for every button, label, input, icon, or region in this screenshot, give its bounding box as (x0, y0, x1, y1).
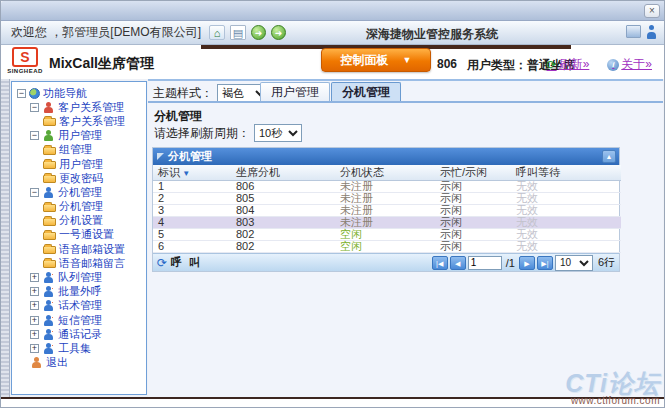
tree-item[interactable]: 更改密码 (12, 171, 146, 185)
extension-panel: 分机管理 ▲ 标识 ▼坐席分机分机状态示忙/示闲呼叫等待 1 806 未注册 示… (152, 147, 620, 272)
cell-busy-state: 示闲 (435, 241, 511, 253)
about-link[interactable]: i 关于» (607, 56, 652, 73)
control-panel-button[interactable]: 控制面板 ▼ (321, 48, 431, 72)
tree-expand-icon[interactable]: + (30, 344, 39, 353)
person-desk-icon (30, 357, 43, 368)
cell-call-wait: 无效 (511, 229, 621, 241)
prev-page-button[interactable]: ◀ (450, 256, 466, 270)
chevron-down-icon: ▼ (403, 55, 412, 65)
person-plus-icon (42, 272, 55, 283)
first-page-button[interactable]: |◀ (432, 256, 448, 270)
tree-item[interactable]: 一号通设置 (12, 228, 146, 242)
close-icon[interactable]: × (644, 4, 660, 18)
tree-item[interactable]: + 话术管理 (12, 299, 146, 313)
agent-id: 806 (437, 57, 457, 74)
document-icon[interactable]: ▤ (230, 25, 246, 40)
tree-item[interactable]: + 批量外呼 (12, 285, 146, 299)
system-title: 深海捷物业管控服务系统 (366, 26, 498, 43)
tree-expand-icon[interactable]: + (30, 287, 39, 296)
refresh-link[interactable]: ⟳ 刷新» (547, 56, 590, 73)
tree-item[interactable]: 分机管理 (12, 200, 146, 214)
cell-status: 空闲 (335, 241, 435, 253)
column-header[interactable]: 示忙/示闲 (435, 165, 511, 181)
refresh-period-row: 请选择刷新周期： 10秒 (154, 124, 302, 142)
tree-item-label: 一号通设置 (59, 227, 114, 242)
tree-item[interactable]: − 用户管理 (12, 129, 146, 143)
cell-extension: 805 (231, 193, 335, 205)
user-icon[interactable] (645, 25, 658, 39)
tree-expand-icon[interactable]: − (17, 89, 26, 98)
page-size-select[interactable]: 10 (555, 255, 593, 271)
refresh-call-icon[interactable]: ⟳ (157, 256, 167, 270)
tree-expand-icon[interactable]: − (30, 188, 39, 197)
control-panel-label: 控制面板 (341, 52, 389, 69)
refresh-period-select[interactable]: 10秒 (254, 124, 302, 142)
column-header[interactable]: 坐席分机 (231, 165, 335, 181)
table-row[interactable]: 3 804 未注册 示闲 无效 (153, 205, 621, 217)
table-row[interactable]: 1 806 未注册 示闲 无效 (153, 181, 621, 193)
tree-item-label: 通话记录 (58, 327, 102, 342)
go-forward-icon-2[interactable]: ➜ (271, 25, 286, 40)
left-scroll-strip[interactable] (1, 79, 10, 397)
cell-call-wait: 无效 (511, 205, 621, 217)
tree-item-label: 分机设置 (59, 213, 103, 228)
sort-desc-icon[interactable]: ▼ (180, 169, 190, 178)
tree-item[interactable]: − 功能导航 (12, 86, 146, 100)
folder-icon (43, 118, 56, 126)
last-page-button[interactable]: ▶| (537, 256, 553, 270)
table-row[interactable]: 5 802 空闲 示闲 无效 (153, 229, 621, 241)
logo-mark: S (12, 47, 38, 67)
singhead-logo[interactable]: S SINGHEAD (7, 47, 43, 74)
section-title: 分机管理 (154, 108, 202, 125)
tab-extension-management[interactable]: 分机管理 (331, 82, 401, 101)
page-number-input[interactable] (468, 256, 502, 270)
image-icon[interactable] (626, 25, 641, 38)
collapse-icon[interactable]: ▲ (602, 150, 616, 163)
folder-icon (43, 147, 56, 155)
tree-item[interactable]: 退出 (12, 356, 146, 370)
tree-expand-icon[interactable]: + (30, 316, 39, 325)
tree-item[interactable]: − 分机管理 (12, 185, 146, 199)
browser-toolbar: 欢迎您 ，郭管理员[DEMO有限公司] ⌂ ▤ ➜ ➜ 深海捷物业管控服务系统 (1, 21, 665, 45)
tree-item[interactable]: + 队列管理 (12, 270, 146, 284)
cell-extension: 802 (231, 229, 335, 241)
tree-item[interactable]: + 短信管理 (12, 313, 146, 327)
tree-item[interactable]: 客户关系管理 (12, 114, 146, 128)
tree-item[interactable]: 组管理 (12, 143, 146, 157)
tree-item-label: 用户管理 (59, 157, 103, 172)
pagination: |◀ ◀ /1 ▶ ▶| 10 6行 (432, 255, 615, 271)
tree-item[interactable]: 分机设置 (12, 214, 146, 228)
panel-corner-icon (157, 153, 164, 160)
column-header[interactable]: 呼叫等待 (511, 165, 621, 181)
tree-item[interactable]: 语音邮箱留言 (12, 256, 146, 270)
home-icon[interactable]: ⌂ (209, 25, 225, 40)
navigation-sidebar: − 功能导航 − 客户关系管理 客户关系管理 − 用户管理 组管理 用户管理 更… (11, 81, 147, 395)
table-row[interactable]: 6 802 空闲 示闲 无效 (153, 241, 621, 253)
about-link-label: 关于» (621, 56, 652, 73)
extension-table: 标识 ▼坐席分机分机状态示忙/示闲呼叫等待 1 806 未注册 示闲 无效 2 … (153, 165, 621, 253)
person-plus-icon (42, 300, 55, 311)
tree-expand-icon[interactable]: + (30, 273, 39, 282)
header-links: ⟳ 刷新» i 关于» (547, 56, 652, 73)
cell-status: 未注册 (335, 181, 435, 193)
tree-expand-icon[interactable]: + (30, 330, 39, 339)
person-plus-icon (42, 315, 55, 326)
column-header[interactable]: 分机状态 (335, 165, 435, 181)
tree-item[interactable]: + 通话记录 (12, 327, 146, 341)
tree-expand-icon[interactable]: − (30, 103, 39, 112)
logo-subtext: SINGHEAD (7, 68, 43, 74)
tab-user-management[interactable]: 用户管理 (260, 82, 330, 101)
tree-item[interactable]: + 工具集 (12, 341, 146, 355)
call-button[interactable]: 呼 叫 (171, 255, 202, 270)
table-row[interactable]: 4 803 未注册 示闲 无效 (153, 217, 621, 229)
tree-expand-icon[interactable]: − (30, 131, 39, 140)
go-forward-icon[interactable]: ➜ (251, 25, 266, 40)
tree-item[interactable]: 用户管理 (12, 157, 146, 171)
tree-item[interactable]: − 客户关系管理 (12, 100, 146, 114)
next-page-button[interactable]: ▶ (519, 256, 535, 270)
tree-item-label: 用户管理 (58, 128, 102, 143)
tree-item[interactable]: 语音邮箱设置 (12, 242, 146, 256)
tree-expand-icon[interactable]: + (30, 301, 39, 310)
column-header[interactable]: 标识 ▼ (153, 165, 231, 181)
table-row[interactable]: 2 805 未注册 示闲 无效 (153, 193, 621, 205)
